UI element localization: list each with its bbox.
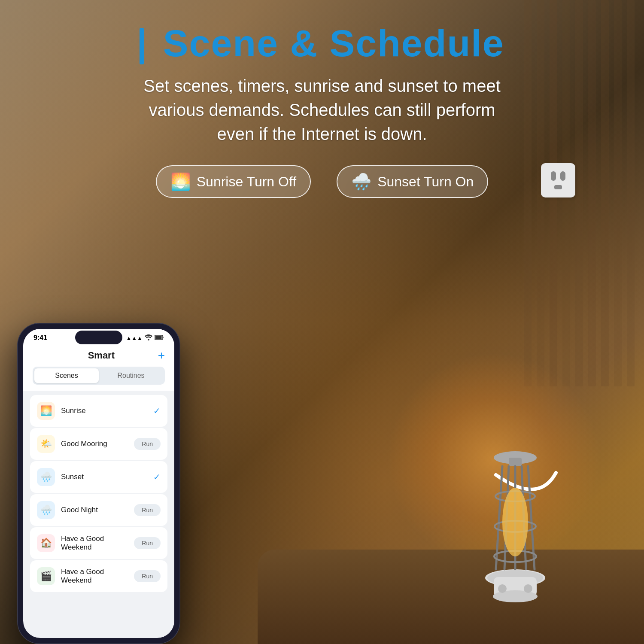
weekend2-scene-name: Have a Good Weekend (61, 568, 128, 585)
svg-rect-19 (155, 336, 162, 339)
wifi-icon (145, 334, 152, 342)
weekend1-run-button[interactable]: Run (134, 537, 161, 549)
status-icons: ▲▲▲ (126, 334, 164, 342)
scene-item-sunset[interactable]: 🌧️ Sunset ✓ (30, 461, 167, 493)
scene-list: 🌅 Sunrise ✓ 🌤️ Good Mooring Run 🌧️ Sunse… (23, 391, 174, 596)
tab-routines[interactable]: Routines (99, 368, 163, 383)
add-scene-button[interactable]: + (158, 349, 165, 361)
scene-item-good-morning[interactable]: 🌤️ Good Mooring Run (30, 428, 167, 460)
sunrise-scene-icon: 🌅 (37, 402, 55, 420)
tabs-container: Scenes Routines (23, 367, 174, 391)
dynamic-island (75, 331, 122, 344)
phone-shell: 9:41 ▲▲▲ (17, 323, 180, 644)
header-section: Scene & Schedule Set scenes, timers, sun… (0, 0, 644, 198)
feature-badges: 🌅 Sunrise Turn Off 🌧️ Sunset Turn On (0, 165, 644, 198)
good-night-run-button[interactable]: Run (134, 504, 161, 516)
good-morning-scene-icon: 🌤️ (37, 435, 55, 453)
app-header: Smart + (23, 345, 174, 367)
good-morning-scene-name: Good Mooring (61, 440, 128, 448)
weekend1-scene-icon: 🏠 (37, 534, 55, 552)
good-night-scene-name: Good Night (61, 506, 128, 514)
sunrise-check: ✓ (153, 406, 161, 416)
sunrise-icon: 🌅 (170, 172, 191, 191)
good-night-scene-icon: 🌧️ (37, 501, 55, 519)
signal-icon: ▲▲▲ (126, 335, 143, 341)
weekend1-scene-name: Have a Good Weekend (61, 535, 128, 552)
status-time: 9:41 (33, 334, 47, 342)
sunrise-badge: 🌅 Sunrise Turn Off (156, 165, 311, 198)
scene-item-good-night[interactable]: 🌧️ Good Night Run (30, 494, 167, 526)
phone-screen: 9:41 ▲▲▲ (23, 329, 174, 638)
scene-item-sunrise[interactable]: 🌅 Sunrise ✓ (30, 395, 167, 427)
title-text: Scene & Schedule (163, 22, 504, 64)
app-title: Smart (88, 350, 115, 361)
routines-tab-label: Routines (117, 372, 144, 379)
scenes-tab-label: Scenes (55, 372, 78, 379)
title-bar-decoration (140, 28, 144, 64)
page-title: Scene & Schedule (0, 21, 644, 65)
sunset-badge: 🌧️ Sunset Turn On (337, 165, 488, 198)
sunset-label: Sunset Turn On (377, 174, 474, 190)
svg-point-17 (148, 339, 149, 340)
sunset-scene-icon: 🌧️ (37, 468, 55, 486)
sunrise-scene-name: Sunrise (61, 407, 147, 415)
weekend2-run-button[interactable]: Run (134, 570, 161, 582)
battery-icon (155, 335, 164, 341)
subtitle-text: Set scenes, timers, sunrise and sunset t… (129, 74, 515, 146)
sunset-icon: 🌧️ (351, 172, 371, 191)
weekend2-scene-icon: 🎬 (37, 567, 55, 585)
phone-mockup: 9:41 ▲▲▲ (17, 323, 180, 644)
sunset-scene-name: Sunset (61, 473, 147, 481)
sunset-check: ✓ (153, 472, 161, 482)
sunrise-label: Sunrise Turn Off (197, 174, 296, 190)
scene-item-weekend-1[interactable]: 🏠 Have a Good Weekend Run (30, 527, 167, 559)
tab-bar: Scenes Routines (33, 367, 165, 385)
scene-item-weekend-2[interactable]: 🎬 Have a Good Weekend Run (30, 560, 167, 592)
tab-scenes[interactable]: Scenes (34, 368, 99, 383)
good-morning-run-button[interactable]: Run (134, 438, 161, 450)
